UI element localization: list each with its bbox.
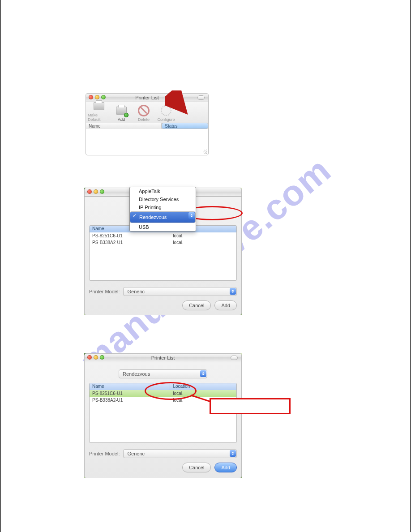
cell-name: PS-B338A2-U1 xyxy=(90,397,170,403)
column-name[interactable]: Name xyxy=(86,123,162,129)
cell-name: PS-8251C6-U1 xyxy=(90,233,170,239)
printer-model-label: Printer Model: xyxy=(89,289,120,294)
table-row[interactable]: PS-B338A2-U1 local. xyxy=(90,397,236,403)
close-icon[interactable] xyxy=(87,355,92,360)
menu-item-usb[interactable]: USB xyxy=(130,223,196,231)
column-status[interactable]: Status xyxy=(162,123,208,129)
menu-item-directory-services[interactable]: Directory Services xyxy=(130,195,196,203)
column-name[interactable]: Name xyxy=(90,383,170,390)
add-button[interactable]: Add xyxy=(214,300,237,310)
cell-location: local. xyxy=(170,240,236,245)
add-button[interactable]: Add xyxy=(214,463,237,472)
menu-item-label: Rendezvous xyxy=(139,215,167,220)
table-header: Name Location xyxy=(90,383,236,390)
cell-location: local. xyxy=(170,233,236,239)
connection-type-menu[interactable]: AppleTalk Directory Services IP Printing… xyxy=(129,187,196,232)
add-printer-sheet-selected: Printer List Rendezvous Name Location PS… xyxy=(84,353,242,478)
dialog-buttons: Cancel Add xyxy=(89,463,237,472)
popup-arrows-icon xyxy=(230,450,236,457)
minimize-icon[interactable] xyxy=(94,355,98,360)
list-header: Name Status xyxy=(86,123,209,129)
window-traffic-lights xyxy=(87,355,104,360)
discovered-printers-table[interactable]: Name Location PS-8251C6-U1 local. PS-B33… xyxy=(89,225,237,281)
window-titlebar[interactable]: Printer List xyxy=(86,93,209,102)
printer-list-window: Printer List Make Default Add Delete Con… xyxy=(86,93,209,155)
configure-icon xyxy=(160,105,172,116)
printer-icon xyxy=(93,100,105,112)
printer-add-icon xyxy=(116,105,127,116)
menu-item-appletalk[interactable]: AppleTalk xyxy=(130,187,196,195)
popup-arrows-icon xyxy=(188,212,195,219)
discovered-printers-table[interactable]: Name Location PS-8251C6-U1 local. PS-B33… xyxy=(89,383,237,443)
minimize-icon[interactable] xyxy=(94,189,98,194)
table-row[interactable]: PS-8251C6-U1 local. xyxy=(90,390,236,397)
delete-icon xyxy=(138,105,150,116)
printer-list[interactable] xyxy=(86,129,209,155)
toolbar-toggle-icon[interactable] xyxy=(197,95,205,100)
toolbar-label: Add xyxy=(118,117,125,122)
toolbar-label: Configure xyxy=(157,117,175,122)
select-value: Generic xyxy=(127,451,145,456)
window-titlebar[interactable]: Printer List xyxy=(84,353,242,362)
toolbar-label: Delete xyxy=(138,117,150,122)
toolbar-toggle-icon[interactable] xyxy=(231,356,238,360)
window-traffic-lights xyxy=(89,95,106,99)
window-title: Printer List xyxy=(151,355,175,360)
printer-model-row: Printer Model: Generic xyxy=(89,287,237,296)
dialog-buttons: Cancel Add xyxy=(89,300,237,310)
add-printer-button[interactable]: Add xyxy=(110,105,133,123)
cell-location: local. xyxy=(170,390,236,396)
menu-item-ip-printing[interactable]: IP Printing xyxy=(130,203,196,211)
table-row[interactable]: PS-8251C6-U1 local. xyxy=(90,232,236,239)
add-printer-sheet: AppleTalk Directory Services IP Printing… xyxy=(84,188,242,315)
cell-name: PS-8251C6-U1 xyxy=(90,390,170,396)
printer-model-row: Printer Model: Generic xyxy=(89,449,237,458)
cancel-button[interactable]: Cancel xyxy=(182,463,211,472)
column-location[interactable]: Location xyxy=(170,383,236,390)
zoom-icon[interactable] xyxy=(100,355,104,360)
zoom-icon[interactable] xyxy=(100,189,104,194)
printer-model-select[interactable]: Generic xyxy=(123,287,237,296)
configure-printer-button[interactable]: Configure xyxy=(155,105,177,123)
popup-arrows-icon xyxy=(230,288,236,295)
minimize-icon[interactable] xyxy=(95,95,99,99)
table-row[interactable]: PS-B338A2-U1 local. xyxy=(90,239,236,246)
zoom-icon[interactable] xyxy=(101,95,106,99)
popup-arrows-icon xyxy=(200,370,206,377)
cancel-button[interactable]: Cancel xyxy=(182,300,211,310)
close-icon[interactable] xyxy=(89,95,93,99)
resize-grip-icon[interactable] xyxy=(203,150,207,154)
printer-model-label: Printer Model: xyxy=(89,451,120,456)
cell-name: PS-B338A2-U1 xyxy=(90,240,170,245)
window-traffic-lights xyxy=(87,189,104,194)
make-default-button[interactable]: Make Default xyxy=(88,100,110,123)
connection-type-select[interactable]: Rendezvous xyxy=(119,369,207,378)
toolbar-label: Make Default xyxy=(88,113,110,122)
close-icon[interactable] xyxy=(87,189,92,194)
delete-printer-button[interactable]: Delete xyxy=(133,105,155,123)
printer-model-select[interactable]: Generic xyxy=(123,449,237,458)
toolbar: Make Default Add Delete Configure xyxy=(86,102,209,123)
window-title: Printer List xyxy=(135,95,159,100)
select-value: Generic xyxy=(127,289,145,294)
cell-location: local. xyxy=(170,397,236,403)
menu-item-rendezvous[interactable]: Rendezvous xyxy=(130,211,196,223)
select-value: Rendezvous xyxy=(123,371,150,377)
